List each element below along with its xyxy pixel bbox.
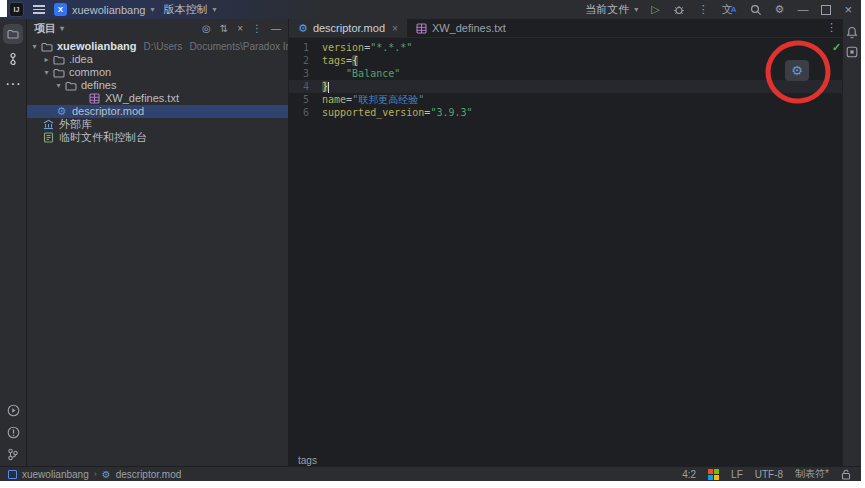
statusbar-project-crumb[interactable]: xuewolianbang bbox=[22, 469, 89, 480]
chevron-expanded-icon[interactable]: ▾ bbox=[53, 79, 64, 92]
plugin-colored-grid-icon[interactable] bbox=[708, 469, 719, 480]
chevron-expanded-icon[interactable]: ▾ bbox=[41, 66, 52, 79]
run-toolwindow-icon[interactable] bbox=[3, 400, 23, 420]
tab-list-more-icon[interactable]: ⋮ bbox=[826, 21, 843, 34]
editor-tab[interactable]: XW_defines.txt bbox=[407, 19, 515, 37]
ide-window: IJ X xuewolianbang ▾ 版本控制 ▾ 当前文件 ▾ ▷ ⋮ 文… bbox=[0, 0, 861, 481]
project-path-prefix: D:\Users bbox=[143, 40, 182, 53]
indent-widget[interactable]: 制表符* bbox=[795, 467, 829, 481]
tree-item[interactable]: ▾defines bbox=[27, 79, 288, 92]
code-line[interactable]: 1version="*.*.*" bbox=[289, 41, 843, 54]
chevron-down-icon: ▾ bbox=[212, 5, 216, 14]
encoding-widget[interactable]: UTF-8 bbox=[755, 469, 783, 480]
screen-edge-artifact bbox=[0, 0, 7, 17]
tree-item[interactable]: 临时文件和控制台 bbox=[27, 131, 288, 144]
project-toolwindow-icon[interactable] bbox=[3, 24, 23, 44]
line-number[interactable]: 2 bbox=[289, 54, 322, 67]
readonly-lock-icon[interactable] bbox=[841, 469, 851, 480]
debug-icon[interactable] bbox=[673, 4, 685, 16]
code-text: } bbox=[322, 80, 329, 93]
window-minimize-icon[interactable]: — bbox=[797, 4, 808, 15]
translate-icon[interactable]: 文A bbox=[722, 4, 737, 15]
gridfile-icon bbox=[416, 23, 427, 34]
code-text: supported_version="3.9.3" bbox=[322, 106, 473, 119]
line-number[interactable]: 6 bbox=[289, 106, 322, 119]
run-icon[interactable]: ▷ bbox=[651, 4, 659, 15]
line-number[interactable]: 3 bbox=[289, 67, 322, 80]
line-number[interactable]: 4 bbox=[289, 80, 322, 93]
project-panel-header: 项目 ▾ ◎ ⇅ × ⋮ — bbox=[27, 19, 288, 37]
more-toolwindows-icon[interactable]: ··· bbox=[3, 74, 23, 94]
chevron-expanded-icon[interactable]: ▾ bbox=[29, 40, 40, 53]
notifications-bell-icon[interactable] bbox=[846, 26, 858, 39]
gear-icon: ⚙ bbox=[298, 22, 308, 34]
editor-area: ⚙descriptor.mod×XW_defines.txt 1version=… bbox=[289, 19, 843, 467]
code-editor[interactable]: 1version="*.*.*"2tags={3 "Balance"4}5nam… bbox=[289, 38, 843, 119]
status-bar: xuewolianbang › ⚙ descriptor.mod 4:2 LF … bbox=[0, 466, 861, 481]
hide-panel-icon[interactable]: — bbox=[271, 23, 281, 34]
project-panel: 项目 ▾ ◎ ⇅ × ⋮ — ▾xuewolianbangD:\UsersDoc… bbox=[27, 19, 289, 467]
breadcrumb-element[interactable]: tags bbox=[298, 455, 317, 466]
close-tab-icon[interactable]: × bbox=[392, 23, 398, 34]
code-line-current[interactable]: 4} bbox=[289, 80, 843, 93]
tree-item[interactable]: ▾common bbox=[27, 66, 288, 79]
bank-icon bbox=[42, 119, 55, 130]
git-branch-icon[interactable] bbox=[3, 444, 23, 464]
intellij-logo-icon: IJ bbox=[9, 2, 24, 17]
folder-icon bbox=[40, 42, 53, 52]
search-icon[interactable] bbox=[750, 4, 762, 16]
ai-assistant-icon[interactable] bbox=[846, 46, 858, 58]
line-number[interactable]: 5 bbox=[289, 93, 322, 106]
project-path-suffix: Documents\Paradox Interacti bbox=[189, 40, 288, 53]
tree-item-label: descriptor.mod bbox=[72, 105, 144, 118]
collapse-all-icon[interactable]: × bbox=[237, 23, 243, 34]
code-line[interactable]: 3 "Balance" bbox=[289, 67, 843, 80]
tree-item-label: 临时文件和控制台 bbox=[59, 131, 147, 144]
tree-item[interactable]: ⚙descriptor.mod bbox=[27, 105, 288, 118]
window-maximize-icon[interactable] bbox=[821, 5, 831, 15]
project-tree: ▾xuewolianbangD:\UsersDocuments\Paradox … bbox=[27, 40, 288, 144]
editor-settings-gear-button[interactable]: ⚙ bbox=[785, 60, 809, 81]
locate-file-icon[interactable]: ◎ bbox=[202, 23, 211, 34]
tree-item-label: .idea bbox=[69, 53, 93, 66]
tree-item-label: XW_defines.txt bbox=[105, 92, 179, 105]
project-panel-title-dropdown[interactable]: 项目 ▾ bbox=[34, 21, 64, 36]
editor-tab[interactable]: ⚙descriptor.mod× bbox=[289, 19, 407, 37]
run-config-selector[interactable]: 当前文件 ▾ bbox=[585, 2, 638, 17]
project-widget[interactable]: X xuewolianbang ▾ bbox=[54, 3, 154, 16]
vcs-widget[interactable]: 版本控制 ▾ bbox=[163, 2, 216, 17]
chevron-down-icon: ▾ bbox=[634, 5, 638, 14]
main-menu-icon[interactable] bbox=[33, 5, 45, 14]
editor-tab-bar: ⚙descriptor.mod×XW_defines.txt bbox=[289, 19, 843, 38]
panel-options-icon[interactable]: ⋮ bbox=[252, 23, 262, 34]
commit-toolwindow-icon[interactable] bbox=[3, 49, 23, 69]
inspection-ok-icon[interactable]: ✓ bbox=[832, 41, 841, 54]
chevron-collapsed-icon[interactable]: ▸ bbox=[41, 53, 52, 66]
editor-breadcrumbs[interactable]: tags bbox=[289, 453, 843, 467]
line-number[interactable]: 1 bbox=[289, 41, 322, 54]
expand-collapse-icon[interactable]: ⇅ bbox=[220, 23, 228, 34]
tree-item[interactable]: 外部库 bbox=[27, 118, 288, 131]
statusbar-file-crumb[interactable]: descriptor.mod bbox=[116, 469, 182, 480]
more-actions-icon[interactable]: ⋮ bbox=[698, 4, 709, 15]
tab-label: descriptor.mod bbox=[313, 22, 385, 34]
chevron-down-icon: ▾ bbox=[60, 24, 64, 33]
code-line[interactable]: 6supported_version="3.9.3" bbox=[289, 106, 843, 119]
line-separator-widget[interactable]: LF bbox=[731, 469, 743, 480]
tree-item-label: defines bbox=[81, 79, 116, 92]
module-icon bbox=[8, 470, 17, 479]
gear-file-icon: ⚙ bbox=[102, 469, 111, 480]
title-bar: IJ X xuewolianbang ▾ 版本控制 ▾ 当前文件 ▾ ▷ ⋮ 文… bbox=[0, 0, 861, 19]
settings-gear-icon[interactable]: ⚙ bbox=[775, 4, 785, 15]
tree-item-label: xuewolianbang bbox=[57, 40, 136, 53]
tree-item[interactable]: ▸.idea bbox=[27, 53, 288, 66]
tree-item[interactable]: XW_defines.txt bbox=[27, 92, 288, 105]
caret-position-widget[interactable]: 4:2 bbox=[682, 469, 696, 480]
project-name: xuewolianbang bbox=[72, 4, 145, 16]
problems-toolwindow-icon[interactable] bbox=[3, 422, 23, 442]
window-close-icon[interactable]: × bbox=[844, 4, 852, 15]
code-line[interactable]: 5name="联邦更高经验" bbox=[289, 93, 843, 106]
code-line[interactable]: 2tags={ bbox=[289, 54, 843, 67]
tree-item[interactable]: ▾xuewolianbangD:\UsersDocuments\Paradox … bbox=[27, 40, 288, 53]
scratch-icon bbox=[42, 132, 55, 143]
